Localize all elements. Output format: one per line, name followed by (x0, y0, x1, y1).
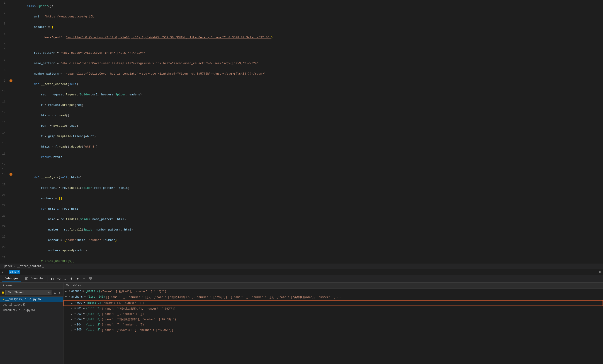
thread-selector: MainThread ▲ ▼ (0, 289, 63, 297)
expand-003-icon[interactable]: ▶ (71, 318, 73, 321)
var-000[interactable]: ▶ ≡ 000 = {dict: 2} {'name': [], 'number… (63, 300, 603, 306)
code-line-11: 11 r = request.urlopen(req) (0, 100, 603, 110)
svg-marker-5 (60, 278, 60, 279)
code-line-6: 6 root_pattern = '<div class="DyListCove… (0, 48, 603, 58)
code-line-15: 15 htmls = f.read().decode('utf-8') (0, 141, 603, 152)
expand-001-icon[interactable]: ▶ (71, 307, 73, 310)
var-002[interactable]: ▶ ≡ 002 = {dict: 2} {'name': [], 'number… (63, 312, 603, 317)
code-line-25: 25 anchor = {'name':name, 'number':numbe… (0, 235, 603, 245)
breadcrumb: Spider › __fetch_content() (0, 264, 603, 269)
debug-top-bar: ▶ : 13-1 × ⚙ (0, 269, 603, 275)
code-line-12: 12 htmls = r.read() (0, 110, 603, 121)
svg-rect-0 (25, 277, 28, 278)
code-line-19: 19 ⬤ def __analysis(self, htmls): (0, 172, 603, 183)
var-004[interactable]: ▶ ≡ 004 = {dict: 2} {'name': [], 'number… (63, 322, 603, 327)
breadcrumb-fetch[interactable]: __fetch_content() (17, 265, 45, 268)
svg-rect-9 (89, 277, 90, 279)
code-line-20: 20 root_html = re.findall(Spider.root_pa… (0, 183, 603, 193)
svg-rect-11 (89, 279, 90, 280)
code-line-16: 16 return htmls (0, 152, 603, 162)
debug-content: Frames MainThread ▲ ▼ ● __analysis, 13-1… (0, 283, 603, 364)
editor-area: 1 class Spider(): 2 url = 'https://www.d… (0, 0, 603, 269)
thread-up-button[interactable]: ▲ (53, 291, 57, 295)
tab-console[interactable]: Console (22, 276, 46, 282)
var-003[interactable]: ▶ ≡ 003 = {dict: 2} {'name': ['英雄联盟赛事'],… (63, 317, 603, 322)
tab-indicator[interactable]: 13-1 × (9, 270, 20, 273)
var-001[interactable]: ▶ ≡ 001 = {dict: 2} {'name': ['南波儿大魔王＼']… (63, 306, 603, 312)
svg-rect-12 (91, 279, 92, 280)
code-line-26: 26 anchors.append(anchor) (0, 245, 603, 256)
code-line-18: 18 (0, 167, 603, 172)
expand-005-icon[interactable]: ▶ (71, 329, 73, 331)
svg-marker-8 (70, 277, 72, 279)
step-over-button[interactable] (56, 276, 61, 281)
code-line-4: 4 'User-Agent': 'Mozilla/5.0 (Windows NT… (0, 32, 603, 43)
code-line-17: 17 (0, 162, 603, 167)
svg-rect-3 (51, 278, 52, 280)
svg-rect-10 (91, 277, 92, 279)
code-line-9: 9 ⬤ def __fetch_content(self): (0, 79, 603, 89)
var-anchors[interactable]: ▼ ≡ anchors = {list: 240} [{'name': [], … (63, 295, 603, 300)
thread-status-dot (2, 292, 4, 294)
expand-004-icon[interactable]: ▶ (71, 324, 73, 326)
code-line-10: 10 req = request.Request(Spider.url, hea… (0, 89, 603, 100)
expand-anchor-icon[interactable]: ▶ (65, 290, 68, 293)
var-005[interactable]: ▶ ≡ 005 = {dict: 2} {'name': ['迷寨之道＼'], … (63, 327, 603, 333)
frame-item-go[interactable]: go, 13-1.py:47 (0, 302, 63, 307)
code-line-27: 27 # print(anchors[0]) (0, 256, 603, 264)
expand-anchors-icon[interactable]: ▼ (65, 296, 68, 298)
debug-toolbar: Debugger Console (0, 275, 603, 283)
continue-button[interactable] (75, 276, 81, 281)
var-anchor[interactable]: ▶ ≡ anchor = {dict: 2} {'name': ['柱间ad']… (63, 289, 603, 295)
code-line-5: 5 (0, 43, 603, 48)
deactivate-button[interactable] (81, 276, 87, 281)
frames-header: Frames (0, 283, 63, 289)
code-line-13: 13 buff = BytesIO(htmls) (0, 121, 603, 131)
code-line-21: 21 anchors = [] (0, 193, 603, 204)
frame-active-icon: ● (3, 298, 4, 301)
code-line-24: 24 number = re.findall(Spider.number_pat… (0, 224, 603, 235)
svg-rect-6 (57, 279, 59, 279)
svg-rect-2 (25, 279, 27, 280)
code-line-2: 2 url = 'https://www.douyu.com/g_LOL' (0, 11, 603, 22)
code-line-23: 23 name = re.findall(Spider.name_pattern… (0, 214, 603, 224)
gear-settings-icon[interactable]: ⚙ (599, 270, 601, 274)
step-out-button[interactable] (69, 276, 74, 281)
step-into-button[interactable] (62, 276, 68, 281)
svg-rect-1 (25, 278, 27, 279)
code-container[interactable]: 1 class Spider(): 2 url = 'https://www.d… (0, 0, 603, 264)
variables-panel: Variables ▶ ≡ anchor = {dict: 2} {'name'… (63, 283, 603, 364)
expand-002-icon[interactable]: ▶ (71, 313, 73, 316)
code-line-22: 22 for html in root_html: (0, 204, 603, 214)
debugger-panel: ▶ : 13-1 × ⚙ Debugger Console (0, 269, 603, 364)
thread-down-button[interactable]: ▼ (57, 291, 61, 295)
tab-debugger[interactable]: Debugger (2, 276, 21, 282)
code-line-7: 7 name_pattern = '<h2 class="DyListCover… (0, 58, 603, 68)
code-line-8: 8 number_pattern = '<span class="DyListC… (0, 68, 603, 79)
code-line-3: 3 headers = { (0, 22, 603, 32)
breadcrumb-spider[interactable]: Spider (3, 265, 12, 268)
frame-item-module[interactable]: <module>, 13-1.py:54 (0, 307, 63, 313)
grid-button[interactable] (88, 276, 93, 281)
expand-000-icon[interactable]: ▶ (71, 302, 74, 305)
code-line-1: 1 class Spider(): (0, 1, 603, 11)
pause-resume-button[interactable] (50, 276, 55, 281)
code-line-14: 14 f = gzip.GzipFile(fileobj=buff) (0, 131, 603, 141)
frame-list: ● __analysis, 13-1.py:37 go, 13-1.py:47 … (0, 297, 63, 364)
frames-panel: Frames MainThread ▲ ▼ ● __analysis, 13-1… (0, 283, 63, 364)
thread-select[interactable]: MainThread (5, 290, 51, 295)
frame-item-analysis[interactable]: ● __analysis, 13-1.py:37 (0, 297, 63, 302)
svg-rect-4 (53, 278, 54, 280)
variables-header: Variables (63, 283, 603, 289)
svg-marker-7 (64, 279, 66, 280)
